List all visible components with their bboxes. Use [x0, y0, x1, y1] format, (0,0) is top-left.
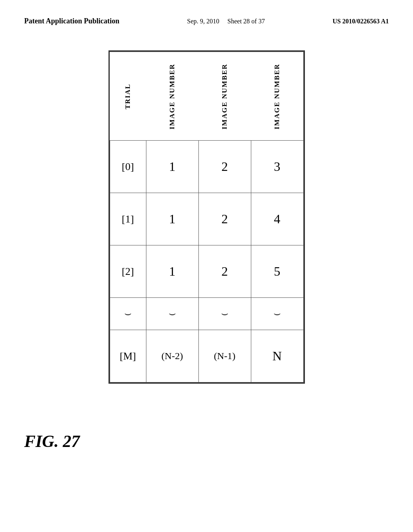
- trial-cell-m: [M]: [110, 330, 146, 382]
- img1-cell-2: 1: [146, 245, 198, 298]
- img1-dots: ⌣: [146, 298, 198, 330]
- main-content: TRIAL IMAGE NUMBER IMAGE NUMBER IMAGE NU…: [0, 34, 413, 400]
- img3-cell-2: 5: [251, 245, 303, 298]
- img3-cell-0: 3: [251, 141, 303, 193]
- img2-dots: ⌣: [198, 298, 251, 330]
- sheet-text: Sheet 28 of 37: [227, 18, 265, 25]
- trial-dots: ⌣: [110, 298, 146, 330]
- table-row-last: [M] (N-2) (N-1) N: [110, 330, 303, 382]
- col-header-img1: IMAGE NUMBER: [146, 52, 198, 141]
- trial-cell-2: [2]: [110, 245, 146, 298]
- img2-cell-1: 2: [198, 193, 251, 245]
- img1-cell-m: (N-2): [146, 330, 198, 382]
- table-row: [1] 1 2 4: [110, 193, 303, 245]
- img1-cell-0: 1: [146, 141, 198, 193]
- table-header-row: TRIAL IMAGE NUMBER IMAGE NUMBER IMAGE NU…: [110, 52, 303, 141]
- figure-label: FIG. 27: [24, 431, 80, 451]
- img3-cell-m: N: [251, 330, 303, 382]
- table-row-dots: ⌣ ⌣ ⌣ ⌣: [110, 298, 303, 330]
- img2-cell-0: 2: [198, 141, 251, 193]
- img2-cell-m: (N-1): [198, 330, 251, 382]
- col-header-img2: IMAGE NUMBER: [198, 52, 251, 141]
- col-header-img3: IMAGE NUMBER: [251, 52, 303, 141]
- page-header: Patent Application Publication Sep. 9, 2…: [0, 0, 413, 34]
- img1-cell-1: 1: [146, 193, 198, 245]
- data-table: TRIAL IMAGE NUMBER IMAGE NUMBER IMAGE NU…: [110, 52, 304, 382]
- data-table-container: TRIAL IMAGE NUMBER IMAGE NUMBER IMAGE NU…: [108, 50, 305, 384]
- col-header-trial: TRIAL: [110, 52, 146, 141]
- trial-cell-1: [1]: [110, 193, 146, 245]
- trial-cell-0: [0]: [110, 141, 146, 193]
- publication-label: Patent Application Publication: [24, 16, 119, 26]
- publication-date: Sep. 9, 2010 Sheet 28 of 37: [187, 16, 265, 25]
- table-row: [0] 1 2 3: [110, 141, 303, 193]
- img3-dots: ⌣: [251, 298, 303, 330]
- table-row: [2] 1 2 5: [110, 245, 303, 298]
- date-text: Sep. 9, 2010: [187, 18, 219, 25]
- img3-cell-1: 4: [251, 193, 303, 245]
- img2-cell-2: 2: [198, 245, 251, 298]
- patent-number: US 2010/0226563 A1: [332, 16, 389, 25]
